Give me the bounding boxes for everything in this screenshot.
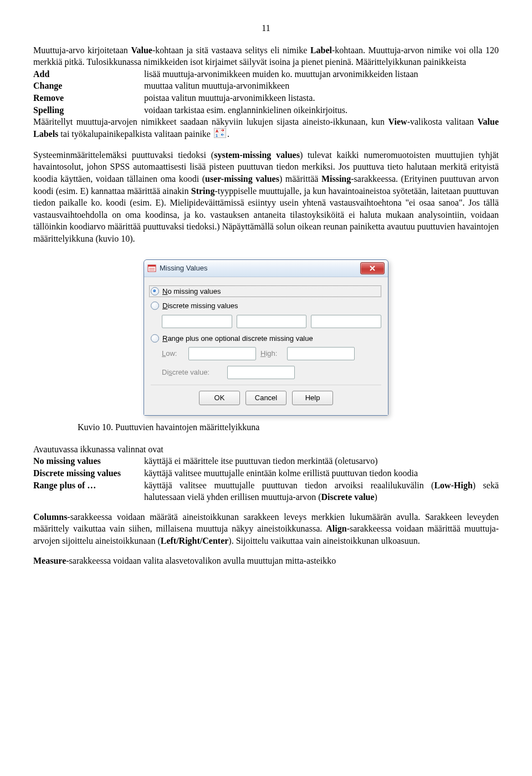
def-term: Spelling bbox=[33, 104, 144, 116]
discrete-value-input-2[interactable] bbox=[237, 315, 307, 328]
def-row-change: Change muuttaa valitun muuttuja-arvonimi… bbox=[33, 80, 499, 92]
p2-f: . bbox=[227, 129, 229, 139]
p6-b: -sarakkeessa voidaan valita alasvetovali… bbox=[66, 556, 336, 565]
paragraph-4: Avautuvassa ikkunassa valinnat ovat bbox=[33, 443, 499, 456]
dialog-button-row: OK Cancel Help bbox=[151, 391, 381, 412]
p1-a: Muuttuja-arvo kirjoitetaan bbox=[33, 45, 131, 55]
p1-c: -kohtaan ja sitä vastaava selitys eli ni… bbox=[152, 45, 310, 55]
def-desc: käyttäjä valitsee muuttujalle enintään k… bbox=[144, 467, 499, 479]
definition-list-1: Add lisää muuttuja-arvonimikkeen muiden … bbox=[33, 68, 499, 116]
radio-no-missing-values[interactable]: No missing values bbox=[149, 285, 381, 298]
def-term: Change bbox=[33, 80, 144, 92]
ok-button[interactable]: OK bbox=[199, 391, 240, 405]
p3-a: Systeeminmäärittelemäksi puuttuvaksi tie… bbox=[33, 150, 214, 160]
p2-c: -valikosta valitaan bbox=[407, 117, 478, 126]
def-term: Add bbox=[33, 68, 144, 80]
radio-icon bbox=[151, 334, 159, 343]
p1-b: Value bbox=[131, 45, 152, 55]
radio-range-plus-discrete[interactable]: Range plus one optional discrete missing… bbox=[151, 334, 381, 344]
def-desc: poistaa valitun muuttuja-arvonimikkeen l… bbox=[144, 92, 499, 104]
def-desc: muuttaa valitun muuttuja-arvonimikkeen bbox=[144, 80, 499, 92]
dialog-body: No missing values Discrete missing value… bbox=[144, 277, 388, 416]
dialog-titlebar: Missing Values bbox=[144, 260, 388, 277]
low-input[interactable] bbox=[188, 347, 256, 360]
def-term: No missing values bbox=[33, 455, 144, 467]
low-label: Low: bbox=[162, 349, 184, 359]
def-row-add: Add lisää muuttuja-arvonimikkeen muiden … bbox=[33, 68, 499, 80]
def-row-nmv: No missing values käyttäjä ei määrittele… bbox=[33, 455, 499, 467]
paragraph-1: Muuttuja-arvo kirjoitetaan Value-kohtaan… bbox=[33, 44, 499, 68]
paragraph-6: Measure-sarakkeessa voidaan valita alasv… bbox=[33, 555, 499, 567]
p5-a: Columns bbox=[33, 512, 67, 522]
p3-e: ) määrittää bbox=[279, 174, 321, 183]
p5-c: Align bbox=[326, 524, 346, 533]
radio-discrete-missing-values[interactable]: Discrete missing values bbox=[151, 301, 381, 311]
def-row-rpo: Range plus of … käyttäjä valitsee muuttu… bbox=[33, 479, 499, 503]
discrete-label: Discrete value: bbox=[162, 367, 223, 377]
figure-caption: Kuvio 10. Puuttuvien havaintojen määritt… bbox=[78, 421, 499, 433]
discrete-value-input-3[interactable] bbox=[311, 315, 381, 328]
def-desc: käyttäjä valitsee muuttujalle puuttuvan … bbox=[144, 479, 499, 503]
discrete-single-input[interactable] bbox=[227, 366, 295, 379]
missing-values-dialog: Missing Values No missing values Discret… bbox=[144, 259, 388, 416]
definition-list-2: No missing values käyttäjä ei määrittele… bbox=[33, 455, 499, 503]
paragraph-2: Määritellyt muuttuja-arvojen nimikkeet s… bbox=[33, 116, 499, 141]
def-term: Range plus of … bbox=[33, 479, 144, 503]
radio-label: No missing values bbox=[162, 287, 221, 297]
p6-a: Measure bbox=[33, 556, 66, 565]
dialog-title: Missing Values bbox=[160, 263, 360, 273]
radio-label: Discrete missing values bbox=[162, 301, 238, 311]
def-row-dmv: Discrete missing values käyttäjä valitse… bbox=[33, 467, 499, 479]
discrete-value-input-1[interactable] bbox=[162, 315, 232, 328]
missing-values-dialog-wrap: Missing Values No missing values Discret… bbox=[33, 259, 499, 416]
page-number: 11 bbox=[33, 22, 499, 34]
high-input[interactable] bbox=[287, 347, 355, 360]
help-button[interactable]: Help bbox=[292, 391, 333, 405]
p3-d: user-missing values bbox=[205, 174, 279, 183]
high-label: High: bbox=[260, 349, 283, 359]
value-labels-toolbar-icon: A 1 bbox=[214, 128, 226, 141]
dialog-separator bbox=[151, 385, 381, 385]
cancel-button[interactable]: Cancel bbox=[245, 391, 287, 405]
p1-d: Label bbox=[310, 45, 332, 55]
p5-f: ). Sijoittelu vaikuttaa vain aineistoikk… bbox=[228, 536, 420, 545]
radio-icon bbox=[151, 302, 159, 310]
p5-e: Left/Right/Center bbox=[161, 536, 229, 545]
radio-label: Range plus one optional discrete missing… bbox=[162, 334, 313, 344]
paragraph-3: Systeeminmäärittelemäksi puuttuvaksi tie… bbox=[33, 149, 499, 245]
discrete-values-inputs bbox=[162, 315, 381, 328]
p2-a: Määritellyt muuttuja-arvojen nimikkeet s… bbox=[33, 117, 388, 126]
range-low-high-row: Low: High: bbox=[162, 347, 381, 360]
dialog-titlebar-icon bbox=[147, 264, 156, 273]
def-row-remove: Remove poistaa valitun muuttuja-arvonimi… bbox=[33, 92, 499, 104]
def-desc: voidaan tarkistaa esim. englanninkieline… bbox=[144, 104, 499, 116]
svg-rect-4 bbox=[148, 265, 156, 267]
svg-text:1: 1 bbox=[216, 134, 218, 137]
def-term: Discrete missing values bbox=[33, 467, 144, 479]
p2-b: View bbox=[388, 117, 407, 126]
def-desc: käyttäjä ei määrittele itse puuttuvan ti… bbox=[144, 455, 499, 467]
p2-e: tai työkalupainikepalkista valitaan pain… bbox=[58, 129, 213, 139]
def-row-spelling: Spelling voidaan tarkistaa esim. englann… bbox=[33, 104, 499, 116]
p3-b: system-missing values bbox=[214, 150, 300, 160]
close-icon bbox=[369, 266, 376, 271]
dialog-close-button[interactable] bbox=[360, 262, 385, 274]
radio-icon bbox=[151, 287, 159, 295]
p3-h: String bbox=[191, 186, 215, 196]
def-term: Remove bbox=[33, 92, 144, 104]
p3-f: Missing bbox=[321, 174, 351, 183]
def-desc: lisää muuttuja-arvonimikkeen muiden ko. … bbox=[144, 68, 499, 80]
svg-text:A: A bbox=[216, 129, 218, 133]
discrete-single-row: Discrete value: bbox=[162, 366, 381, 379]
paragraph-5: Columns-sarakkeessa voidaan määrätä aine… bbox=[33, 511, 499, 547]
